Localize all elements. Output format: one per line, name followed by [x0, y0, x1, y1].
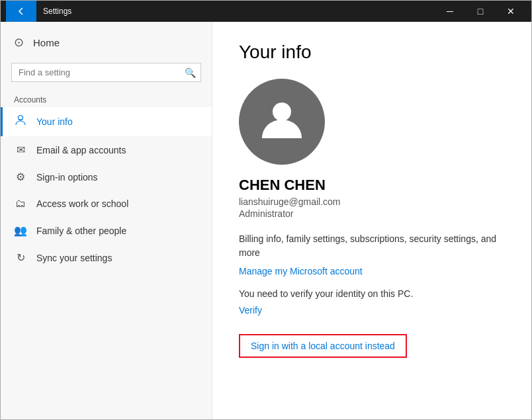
sidebar-item-family[interactable]: 👥 Family & other people	[1, 217, 212, 244]
billing-info-text: Billing info, family settings, subscript…	[239, 232, 504, 260]
avatar-person-icon	[259, 97, 305, 146]
svg-point-2	[273, 103, 291, 121]
sidebar: ⊙ Home 🔍 Accounts Your info	[1, 22, 212, 419]
search-input[interactable]	[11, 63, 201, 82]
local-account-button[interactable]: Sign in with a local account instead	[239, 334, 407, 358]
close-button[interactable]: ✕	[496, 1, 526, 22]
home-icon: ⊙	[14, 35, 24, 50]
search-icon: 🔍	[185, 67, 196, 78]
minimize-button[interactable]: ─	[435, 1, 465, 22]
family-icon: 👥	[14, 224, 27, 237]
sidebar-item-sync[interactable]: ↻ Sync your settings	[1, 244, 212, 271]
sidebar-home[interactable]: ⊙ Home	[1, 27, 212, 58]
back-arrow-icon	[17, 7, 25, 15]
email-icon: ✉	[14, 144, 27, 156]
user-email: lianshuiruge@gmail.com	[239, 196, 505, 207]
maximize-button[interactable]: □	[465, 1, 496, 22]
sidebar-item-work-school[interactable]: 🗂 Access work or school	[1, 190, 212, 217]
sidebar-item-sync-label: Sync your settings	[36, 253, 112, 263]
main-content: Your info CHEN CHEN lianshuiruge@gmail.c…	[212, 22, 531, 419]
manage-account-link[interactable]: Manage my Microsoft account	[239, 266, 363, 276]
sidebar-item-work-label: Access work or school	[36, 198, 128, 209]
sidebar-item-email-label: Email & app accounts	[36, 145, 126, 155]
titlebar: Settings ─ □ ✕	[1, 1, 531, 22]
titlebar-title: Settings	[43, 7, 435, 16]
user-avatar	[239, 79, 325, 165]
titlebar-back-button[interactable]	[6, 1, 36, 22]
sign-in-icon: ⚙	[14, 171, 27, 183]
sidebar-item-sign-in-label: Sign-in options	[36, 172, 98, 183]
content-area: ⊙ Home 🔍 Accounts Your info	[1, 22, 531, 419]
titlebar-controls: ─ □ ✕	[435, 1, 526, 22]
sidebar-item-sign-in[interactable]: ⚙ Sign-in options	[1, 163, 212, 190]
verify-link[interactable]: Verify	[239, 305, 262, 315]
sync-icon: ↻	[14, 251, 27, 264]
sidebar-home-label: Home	[33, 37, 60, 48]
sidebar-section-label: Accounts	[1, 90, 212, 107]
your-info-icon	[14, 114, 27, 129]
sidebar-item-email-accounts[interactable]: ✉ Email & app accounts	[1, 136, 212, 163]
sidebar-item-your-info[interactable]: Your info	[1, 107, 212, 136]
sidebar-search-container: 🔍	[11, 63, 201, 82]
settings-window: Settings ─ □ ✕ ⊙ Home 🔍 Accounts	[0, 0, 532, 420]
sidebar-item-your-info-label: Your info	[36, 116, 73, 127]
user-role: Administrator	[239, 208, 505, 219]
verify-text: You need to verify your identity on this…	[239, 288, 505, 299]
work-icon: 🗂	[14, 198, 27, 210]
sidebar-item-family-label: Family & other people	[36, 226, 126, 236]
user-display-name: CHEN CHEN	[239, 177, 505, 194]
page-title: Your info	[239, 42, 505, 63]
